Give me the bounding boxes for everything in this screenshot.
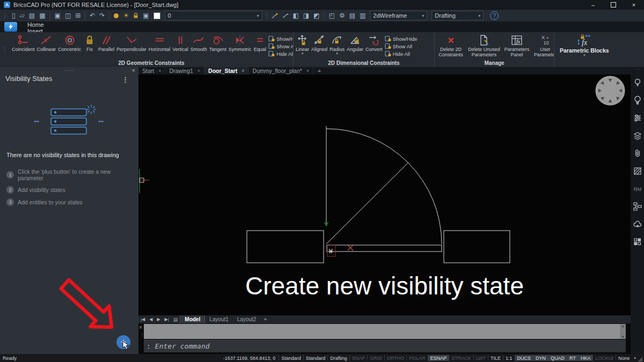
hatch-icon[interactable] [633,162,642,180]
status-toggle[interactable]: TILE [488,355,503,361]
visual-style-dropdown[interactable]: 2dWireframe ▾ [370,11,427,20]
structure-icon[interactable] [633,197,642,215]
selection-modes-icon[interactable]: ◩ [311,10,321,21]
render-panel-icon[interactable]: ▥ [357,10,368,21]
collinear-button[interactable]: Collinear [36,33,57,53]
status-toggle[interactable]: RT [567,355,578,361]
scroll-down-icon[interactable]: ▾ [622,335,624,339]
attachments-icon[interactable] [633,144,642,162]
document-tab[interactable]: Drawing1× [165,67,204,75]
color-swatch[interactable] [153,12,160,19]
dimensional-toggle-button[interactable]: Hide All [385,50,418,57]
status-toggle[interactable]: HKA [578,355,593,361]
status-toggle[interactable]: STRACK [449,355,473,361]
close-tab-icon[interactable]: × [241,68,244,73]
fix-button[interactable]: Fix [82,33,97,53]
delete-unused-parameters-button[interactable]: Delete Unused Parameters [466,33,502,58]
user-parameter-button[interactable]: X =10 User Parameter [531,33,554,58]
resize-grip-icon[interactable] [638,357,642,361]
concentric-button[interactable]: Concentric [57,33,82,53]
status-toggle[interactable]: POLAR [406,355,428,361]
document-tab[interactable]: Dummy_floor_plan*× [249,67,313,75]
command-close-icon[interactable]: × [139,324,142,330]
status-toggle[interactable]: Standard [279,355,303,361]
horizontal-button[interactable]: Horizontal [148,33,172,53]
panel-close-icon[interactable]: × [132,67,135,73]
minimize-button[interactable]: – [583,0,603,10]
radius-button[interactable]: Radius ▾ [328,33,346,56]
linear-button[interactable]: Linear ▾ [295,33,310,56]
layout-tab[interactable]: Layout2 [233,315,261,323]
status-toggle[interactable]: Drafting [327,355,349,361]
command-history[interactable]: :: _visibilitystatespanelopen [144,324,620,339]
ribbon-tab[interactable]: Home [19,21,74,28]
print-icon[interactable]: ▣ [53,10,63,21]
maximize-button[interactable] [603,0,624,10]
status-toggle[interactable]: ESNAP [428,355,449,361]
status-toggle[interactable]: GRID [367,355,384,361]
vertical-button[interactable]: Vertical [171,33,189,53]
help-icon[interactable]: ? [490,11,499,20]
properties-icon[interactable] [633,109,642,127]
eyedropper-icon[interactable] [282,12,289,19]
panel-drag-handle[interactable]: ···· × [0,67,138,74]
geometric-toggle-button[interactable]: Hide All [268,50,294,57]
previous-layout-icon[interactable]: ◀ [147,317,155,322]
layer-plot-icon[interactable]: ▣ [141,10,151,21]
layer-on-off-icon[interactable] [114,13,119,18]
launcher-icon[interactable] [633,91,642,109]
layout-tab[interactable]: Layout1 [205,315,233,323]
close-button[interactable]: × [624,0,644,10]
dimensional-toggle-button[interactable]: Show All [385,42,418,50]
last-layout-icon[interactable]: ▶| [163,317,171,322]
undo-icon[interactable]: ↶ [87,10,97,21]
publish-icon[interactable]: ⊞ [73,10,83,21]
new-document-tab-button[interactable]: + [313,68,325,74]
cloud-icon[interactable] [633,215,642,233]
coincident-button[interactable]: Coincident [11,33,36,53]
delete-2d-constraints-button[interactable]: × Delete 2D Constraints [436,33,466,58]
convert-button[interactable]: Convert [364,33,384,53]
application-button[interactable] [4,22,17,32]
components-icon[interactable] [633,233,642,250]
select-similar-icon[interactable]: ◨ [301,10,311,21]
tangent-button[interactable]: Tangent [208,33,228,53]
close-tab-icon[interactable]: × [306,68,309,73]
geometric-toggle-button[interactable]: Show All [268,42,294,50]
open-file-icon[interactable]: ▱ [18,10,27,21]
status-toggle[interactable]: LOCKUI [592,355,616,361]
layer-lock-icon[interactable] [133,12,139,19]
kebab-menu-icon[interactable]: ⋮ [122,76,129,84]
status-toggle[interactable]: 1:1 [503,355,515,361]
settings-icon[interactable]: ⚙ [337,10,347,21]
first-layout-icon[interactable]: |◀ [138,317,147,322]
save-as-icon[interactable]: ▦ [37,10,47,21]
parallel-button[interactable]: Parallel [97,33,115,53]
tips-icon[interactable] [633,73,642,91]
layer-dropdown[interactable]: 0 ▾ [165,11,262,20]
view-navigation-ball[interactable] [596,76,625,105]
add-layout-button[interactable]: + [260,316,270,322]
layer-freeze-icon[interactable]: ☀ [121,10,131,21]
status-toggle[interactable]: ORTHO [384,355,406,361]
scroll-up-icon[interactable]: ▴ [622,324,624,328]
redo-icon[interactable]: ↷ [97,10,107,21]
sheets-panel-icon[interactable]: ▤ [347,10,357,21]
dimensional-toggle-button[interactable]: Show/Hide [385,35,418,42]
status-toggle[interactable]: QUAD [548,355,567,361]
equal-button[interactable]: Equal [252,33,267,53]
parametric-blocks-button[interactable]: fx Parametric Blocks ▾ [560,34,609,57]
workspace-dropdown[interactable]: Drafting ▾ [431,11,484,20]
new-file-icon[interactable]: ▯ [10,10,18,21]
status-menu-caret-icon[interactable]: ▾ [632,356,638,360]
quick-select-icon[interactable]: ◧ [291,10,301,21]
layers-icon[interactable] [633,127,642,144]
angular-button[interactable]: Angular [346,33,364,53]
parameters-panel-button[interactable]: fx Parameters Panel [502,33,531,58]
status-toggle[interactable]: None [616,355,632,361]
perpendicular-button[interactable]: Perpendicular [115,33,148,53]
document-tab[interactable]: Door_Start× [204,67,249,75]
command-input[interactable]: : Enter command [144,339,626,352]
document-tab[interactable]: Start× [138,67,165,75]
layout-tab[interactable]: Model [180,315,205,323]
